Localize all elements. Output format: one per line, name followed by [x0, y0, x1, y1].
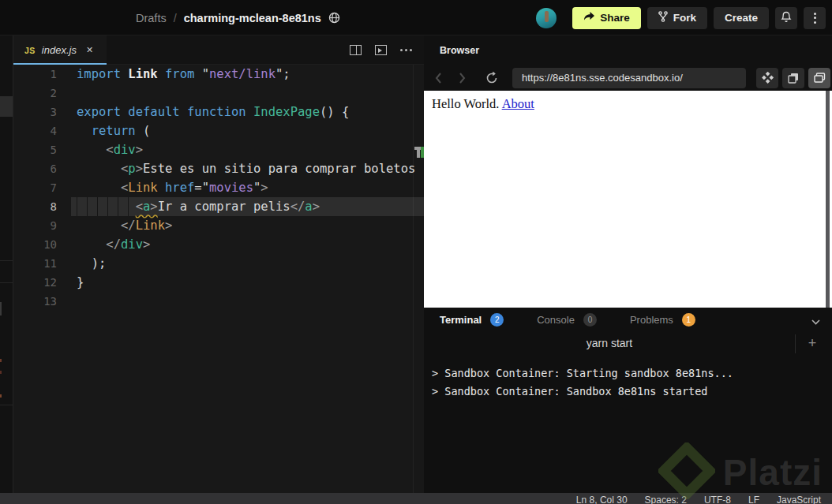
line-number: 13 [13, 295, 57, 308]
statusbar-item[interactable]: UTF-8 [704, 493, 731, 504]
back-icon[interactable] [429, 69, 448, 88]
breadcrumb-drafts[interactable]: Drafts [136, 12, 167, 24]
javascript-file-icon: JS [24, 46, 36, 55]
terminal-tabs: Terminal 2 Console 0 Problems 1 [424, 308, 832, 331]
code-line[interactable]: 1import Link from "next/link"; [13, 65, 424, 84]
tab-terminal[interactable]: Terminal 2 [440, 313, 504, 327]
header-actions: Share Fork Create [536, 0, 826, 35]
code-line[interactable]: 10 </div> [13, 235, 424, 254]
about-link[interactable]: About [502, 96, 534, 111]
create-button[interactable]: Create [714, 7, 769, 29]
sidebar-divider [0, 282, 13, 283]
session-yarn-start[interactable]: yarn start [424, 331, 795, 355]
tab-problems[interactable]: Problems 1 [630, 313, 695, 327]
refresh-icon[interactable] [482, 69, 501, 88]
create-button-label: Create [725, 12, 758, 24]
line-number: 6 [13, 162, 57, 175]
code-line[interactable]: 4 return ( [13, 121, 424, 140]
sidebar-git-dot [0, 394, 2, 398]
code-line[interactable]: 2 [13, 84, 424, 103]
tab-console[interactable]: Console 0 [537, 313, 597, 327]
code-line[interactable]: 12} [13, 273, 424, 292]
code-text: import Link from "next/link"; [77, 65, 290, 84]
breadcrumb-separator: / [174, 12, 177, 24]
breadcrumb-project-name[interactable]: charming-mclean-8e81ns [184, 12, 321, 24]
line-number: 5 [13, 144, 57, 156]
editor-tabbar: JS index.js ✕ [13, 35, 424, 65]
avatar[interactable] [536, 8, 557, 28]
code-text: } [77, 273, 84, 292]
code-text: <a>Ir a comprar pelis</a> [77, 197, 320, 216]
forward-icon[interactable] [452, 69, 471, 88]
line-number: 10 [13, 238, 57, 251]
line-number: 2 [13, 87, 57, 99]
overview-marker [417, 150, 420, 158]
share-icon [583, 12, 594, 24]
code-line[interactable]: 6 <p>Este es un sitio para comprar bolet… [13, 159, 424, 178]
code-line[interactable]: 8 <a>Ir a comprar pelis</a> [13, 197, 424, 216]
more-options-button[interactable] [804, 7, 826, 29]
code-text: ); [77, 254, 106, 273]
code-line[interactable]: 11 ); [13, 254, 424, 273]
open-in-new-window-icon[interactable] [808, 68, 830, 88]
tab-index-js[interactable]: JS index.js ✕ [13, 35, 107, 65]
fork-icon [658, 11, 668, 24]
url-input[interactable] [512, 68, 746, 88]
sidebar-divider [0, 260, 13, 261]
close-tab-icon[interactable]: ✕ [86, 45, 93, 55]
code-text: return ( [77, 121, 150, 140]
sidebar-git-dot [0, 359, 2, 362]
editor-more-icon[interactable] [399, 44, 413, 56]
breadcrumb: Drafts / charming-mclean-8e81ns [136, 0, 340, 35]
line-number: 4 [13, 125, 57, 137]
sidebar-divider [0, 405, 13, 405]
line-number: 11 [13, 257, 57, 270]
chevron-down-icon[interactable] [811, 314, 820, 328]
browser-scrollbar[interactable] [826, 91, 830, 308]
code-line[interactable]: 5 <div> [13, 140, 424, 159]
problems-count-badge: 1 [682, 313, 695, 327]
notifications-button[interactable] [775, 7, 797, 29]
collapsed-sidebar[interactable] [0, 35, 13, 493]
code-line[interactable]: 7 <Link href="movies"> [13, 178, 424, 197]
share-button[interactable]: Share [572, 7, 641, 29]
split-editor-icon[interactable] [349, 44, 362, 56]
browser-pane-title: Browser [440, 45, 479, 56]
terminal-output[interactable]: > Sandbox Container: Starting sandbox 8e… [432, 364, 733, 401]
code-text: export default function IndexPage() { [77, 103, 349, 121]
terminal-count-badge: 2 [490, 313, 504, 327]
codesandbox-window: Drafts / charming-mclean-8e81ns Share Fo… [0, 0, 832, 504]
line-number: 12 [13, 276, 57, 289]
globe-icon [328, 12, 340, 24]
fork-button[interactable]: Fork [647, 7, 707, 29]
kebab-menu-icon [814, 13, 816, 24]
code-line[interactable]: 9 </Link> [13, 216, 424, 235]
statusbar-item[interactable]: Spaces: 2 [645, 493, 687, 504]
statusbar-item[interactable]: LF [748, 493, 759, 504]
hello-world-text: Hello World. [432, 96, 502, 111]
fork-button-label: Fork [673, 12, 696, 24]
statusbar-item[interactable]: Ln 8, Col 30 [576, 493, 628, 504]
sidebar-git-dot [0, 371, 2, 374]
open-preview-icon[interactable] [374, 44, 388, 56]
share-button-label: Share [600, 12, 630, 24]
copy-url-icon[interactable] [782, 68, 804, 88]
code-text: </Link> [77, 216, 172, 235]
code-text: <Link href="movies"> [77, 178, 268, 197]
terminal-panel: Terminal 2 Console 0 Problems 1 yarn sta… [424, 308, 832, 493]
devtools-icon[interactable] [756, 68, 778, 88]
editor-pane: JS index.js ✕ 1import Link from "next/li… [13, 35, 424, 493]
browser-viewport: Hello World. About [424, 91, 832, 308]
browser-navbar [424, 65, 832, 91]
app-header: Drafts / charming-mclean-8e81ns Share Fo… [0, 0, 832, 35]
line-number: 7 [13, 181, 57, 194]
statusbar-item[interactable]: JavaScript [777, 493, 821, 504]
add-terminal-button[interactable]: + [802, 333, 823, 353]
line-number: 1 [13, 68, 57, 80]
code-line[interactable]: 13 [13, 292, 424, 311]
code-line[interactable]: 3export default function IndexPage() { [13, 103, 424, 121]
sidebar-highlight [0, 96, 13, 117]
console-tab-label: Console [537, 314, 575, 326]
editor-scrollbar[interactable] [413, 65, 424, 493]
terminal-sessions: yarn start + [424, 331, 832, 355]
